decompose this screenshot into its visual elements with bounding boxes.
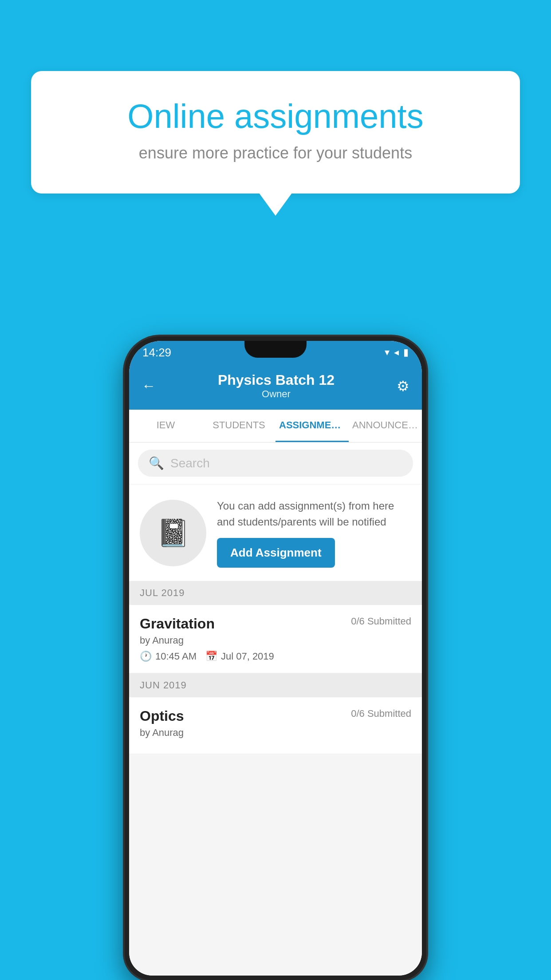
assignment-submitted-optics: 0/6 Submitted xyxy=(351,708,411,719)
speech-bubble-container: Online assignments ensure more practice … xyxy=(31,71,520,194)
assignment-date-gravitation: 📅 Jul 07, 2019 xyxy=(205,651,274,662)
search-input[interactable]: Search xyxy=(170,456,210,470)
settings-button[interactable]: ⚙ xyxy=(397,378,409,395)
status-icons: ▾ ◂ ▮ xyxy=(385,347,409,358)
phone-notch xyxy=(244,341,307,358)
assignment-name-optics: Optics xyxy=(140,708,184,724)
search-container: 🔍 Search xyxy=(129,443,422,484)
assignment-item-optics[interactable]: Optics 0/6 Submitted by Anurag xyxy=(129,697,422,754)
add-assignment-section: 📓 You can add assignment(s) from here an… xyxy=(129,485,422,581)
battery-icon: ▮ xyxy=(403,347,409,358)
assignment-by-gravitation: by Anurag xyxy=(140,635,411,646)
bubble-title: Online assignments xyxy=(67,98,484,135)
assignment-item-gravitation[interactable]: Gravitation 0/6 Submitted by Anurag 🕐 10… xyxy=(129,605,422,673)
content-area: 🔍 Search 📓 You can add assignment(s) fro… xyxy=(129,443,422,976)
tab-students[interactable]: STUDENTS xyxy=(202,410,276,442)
search-bar[interactable]: 🔍 Search xyxy=(138,450,413,477)
phone-screen: 14:29 ▾ ◂ ▮ ← Physics Batch 12 Owner ⚙ xyxy=(129,341,422,976)
tab-bar: IEW STUDENTS ASSIGNMENTS ANNOUNCEM... xyxy=(129,410,422,443)
search-icon: 🔍 xyxy=(149,456,164,470)
wifi-icon: ▾ xyxy=(385,347,390,358)
add-assignment-description: You can add assignment(s) from here and … xyxy=(217,498,411,530)
bubble-subtitle: ensure more practice for your students xyxy=(67,144,484,162)
phone-frame: 14:29 ▾ ◂ ▮ ← Physics Batch 12 Owner ⚙ xyxy=(125,336,426,980)
tab-iew[interactable]: IEW xyxy=(129,410,202,442)
add-assignment-right: You can add assignment(s) from here and … xyxy=(217,498,411,568)
status-time: 14:29 xyxy=(142,346,171,360)
side-button-left xyxy=(125,474,127,510)
signal-icon: ◂ xyxy=(394,347,399,358)
assignment-icon-circle: 📓 xyxy=(140,500,206,566)
month-header-jun: JUN 2019 xyxy=(129,673,422,697)
status-bar: 14:29 ▾ ◂ ▮ xyxy=(129,341,422,364)
back-button[interactable]: ← xyxy=(142,378,156,394)
clock-icon: 🕐 xyxy=(140,651,152,662)
batch-title: Physics Batch 12 xyxy=(218,372,335,388)
notebook-icon: 📓 xyxy=(157,517,190,549)
assignment-meta-gravitation: 🕐 10:45 AM 📅 Jul 07, 2019 xyxy=(140,651,411,662)
speech-bubble: Online assignments ensure more practice … xyxy=(31,71,520,194)
tab-assignments[interactable]: ASSIGNMENTS xyxy=(276,410,349,442)
calendar-icon: 📅 xyxy=(205,651,217,662)
assignment-time-gravitation: 🕐 10:45 AM xyxy=(140,651,197,662)
assignment-submitted-gravitation: 0/6 Submitted xyxy=(351,616,411,627)
month-header-jul: JUL 2019 xyxy=(129,581,422,605)
assignment-by-optics: by Anurag xyxy=(140,727,411,739)
side-button-right xyxy=(424,465,426,518)
header-center: Physics Batch 12 Owner xyxy=(218,372,335,400)
tab-announcements[interactable]: ANNOUNCEM... xyxy=(349,410,422,442)
add-assignment-button[interactable]: Add Assignment xyxy=(217,538,335,568)
assignment-name-gravitation: Gravitation xyxy=(140,616,215,632)
batch-subtitle: Owner xyxy=(218,388,335,400)
app-header: ← Physics Batch 12 Owner ⚙ xyxy=(129,364,422,410)
